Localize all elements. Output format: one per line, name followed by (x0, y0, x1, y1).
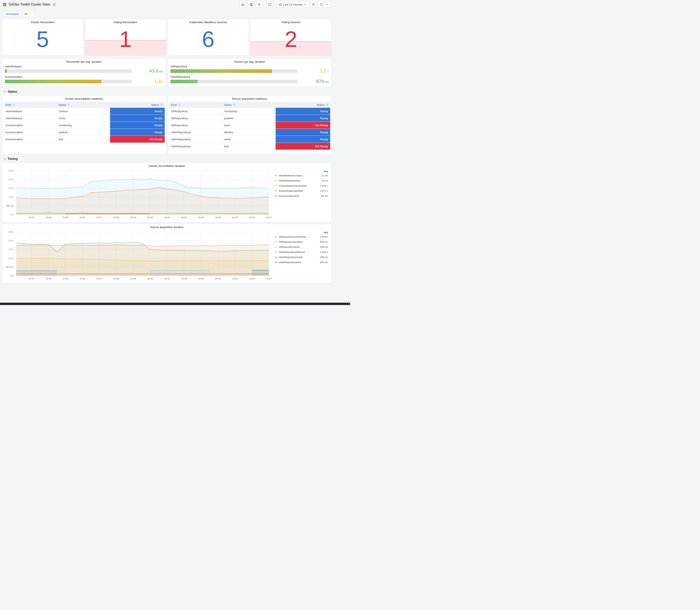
zoom-out-time-button[interactable] (310, 1, 317, 7)
panel-title[interactable]: Cluster Reconcilers (2, 19, 83, 25)
status-cell: Ready (110, 129, 165, 136)
status-cell: Not Ready (276, 122, 330, 129)
table-row: HelmRepositorytestNot Ready (169, 143, 330, 150)
filter-icon[interactable] (12, 104, 15, 106)
svg-text:15:59: 15:59 (130, 216, 136, 219)
namespace-value-dropdown[interactable]: All (22, 11, 33, 17)
legend-series-name[interactable]: HelmRepository/bitnami (279, 251, 305, 253)
svg-text:16:04: 16:04 (215, 216, 221, 219)
variable-label-namespace: namespace (3, 11, 21, 17)
dashboard-body: Cluster Reconcilers 5 Failing Reconciler… (0, 19, 350, 283)
legend-series-name[interactable]: Kustomization/monitoring (279, 184, 306, 187)
svg-text:16:05: 16:05 (232, 277, 238, 280)
panel-title[interactable]: Reconciler ops avg. duration (2, 59, 166, 64)
series-color-icon (274, 237, 278, 237)
time-series-plot[interactable]: 15:5315:5415:5515:5615:5715:5815:5916:00… (3, 230, 273, 282)
svg-text:15:57: 15:57 (96, 277, 102, 280)
svg-text:16:05: 16:05 (232, 216, 238, 219)
svg-text:15:54: 15:54 (46, 216, 51, 219)
gauge-value: 43.6ms (134, 69, 163, 73)
legend-header-avg[interactable]: avg (274, 170, 328, 172)
legend-series-value: 289 ms (301, 261, 328, 263)
save-dashboard-button[interactable] (248, 1, 255, 7)
series-color-icon (274, 175, 278, 176)
cycle-view-button[interactable] (266, 1, 273, 7)
legend-series-name[interactable]: GitRepository/podinfo (279, 241, 303, 243)
column-header-kind[interactable]: Kind (3, 102, 57, 108)
panel-title[interactable]: Kubernetes Manifests Sources (168, 19, 249, 25)
share-icon[interactable] (52, 2, 56, 6)
column-header-name[interactable]: Name (57, 102, 110, 108)
panel-title[interactable]: Failing Reconcilers (85, 19, 166, 25)
section-title: Status (7, 90, 17, 93)
legend-series-name[interactable]: HelmRelease/contour (279, 174, 303, 177)
svg-text:15:53: 15:53 (29, 216, 34, 219)
svg-text:16:02: 16:02 (181, 216, 187, 219)
svg-text:15:56: 15:56 (79, 216, 85, 219)
filter-icon[interactable] (67, 104, 70, 106)
legend-header-avg[interactable]: avg (274, 231, 328, 234)
svg-text:15:54: 15:54 (46, 277, 51, 280)
legend-series-name[interactable]: HelmRelease/minio (279, 179, 300, 182)
gauges-row: Reconciler ops avg. duration HelmRelease… (2, 59, 331, 87)
svg-text:15:55: 15:55 (63, 277, 68, 280)
section-header-status[interactable]: Status (3, 90, 350, 93)
legend-series-name[interactable]: Kustomization/podinfo (279, 190, 303, 192)
column-header-status[interactable]: Status (276, 102, 330, 108)
panel-title[interactable]: Source acquisition duration (2, 224, 331, 229)
chevron-down-icon (3, 158, 6, 160)
svg-text:1.5 s: 1.5 s (9, 187, 14, 189)
svg-text:15:53: 15:53 (29, 277, 34, 280)
refresh-button[interactable] (318, 1, 325, 7)
time-range-picker[interactable]: Last 15 minutes (276, 1, 309, 7)
panel-title[interactable]: Cluster reconciliation readiness (2, 96, 166, 101)
svg-text:16:00: 16:00 (147, 277, 153, 280)
dashboards-grid-icon[interactable] (2, 2, 7, 6)
filter-icon[interactable] (326, 104, 328, 106)
svg-text:1.5 s: 1.5 s (9, 248, 14, 251)
filter-icon[interactable] (160, 104, 163, 106)
svg-text:2.5 s: 2.5 s (9, 170, 14, 172)
legend-series-name[interactable]: GitRepository/test2 (279, 246, 300, 248)
kind-cell: HelmRepository (169, 136, 222, 143)
column-header-kind[interactable]: Kind (169, 102, 222, 108)
column-header-status[interactable]: Status (110, 102, 165, 108)
namespace-selected-value: All (25, 12, 28, 16)
time-series-plot[interactable]: 15:5315:5415:5515:5615:5715:5815:5916:00… (3, 168, 273, 220)
legend-series-name[interactable]: GitRepository/monitoring (279, 236, 306, 238)
legend-series-name[interactable]: Kustomization/test (279, 195, 299, 197)
table-row: KustomizationmonitoringReady (3, 122, 165, 129)
chevron-down-icon (304, 3, 306, 6)
svg-text:500 ms: 500 ms (6, 205, 14, 207)
svg-text:15:57: 15:57 (96, 216, 102, 219)
stat-value: 2 (251, 25, 331, 55)
panel-title[interactable]: Failing Sources (251, 19, 331, 25)
kind-cell: HelmRepository (169, 143, 222, 150)
svg-text:16:07: 16:07 (266, 216, 272, 219)
dashboard-title[interactable]: GitOps Toolkit Cluster Stats (9, 2, 50, 6)
status-cell: Ready (276, 108, 330, 115)
status-cell: Ready (110, 115, 165, 122)
legend-series-name[interactable]: HelmRepository/test (279, 261, 301, 263)
stat-value: 1 (85, 25, 166, 55)
series-color-icon (274, 257, 278, 257)
legend-series-value: 16 ms (300, 179, 328, 182)
panel-title[interactable]: Cluster reconciliation duration (2, 163, 331, 168)
legend-series-name[interactable]: HelmRepository/minio (279, 256, 303, 258)
refresh-interval-dropdown[interactable] (325, 1, 330, 7)
panel-kubernetes-manifests-sources: Kubernetes Manifests Sources 6 (168, 19, 249, 56)
kind-cell: GitRepository (169, 108, 222, 115)
svg-text:16:06: 16:06 (249, 277, 255, 280)
panel-title[interactable]: Source acquisition readiness (168, 96, 331, 101)
filter-icon[interactable] (233, 104, 235, 106)
column-header-name[interactable]: Name (222, 102, 276, 108)
filter-icon[interactable] (178, 104, 180, 106)
panel-title[interactable]: Source ops avg. duration (168, 59, 331, 64)
series-color-icon (274, 180, 278, 181)
add-panel-button[interactable] (240, 1, 246, 7)
dashboard-settings-button[interactable] (256, 1, 263, 7)
bar-gauge-track (170, 80, 297, 83)
time-range-label: Last 15 minutes (283, 3, 303, 6)
section-header-timing[interactable]: Timing (3, 157, 350, 160)
status-cell: Ready (110, 122, 165, 129)
